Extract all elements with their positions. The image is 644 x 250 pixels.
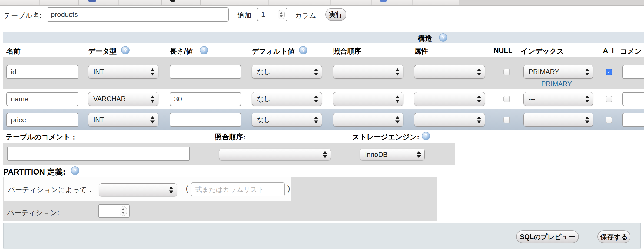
table-collation-select[interactable] — [219, 149, 331, 160]
null-checkbox[interactable] — [503, 117, 510, 123]
top-tab-strip — [0, 0, 644, 6]
column-collation-select[interactable] — [333, 113, 403, 127]
header-ai: A_I — [603, 47, 614, 55]
primary-index-link[interactable]: PRIMARY — [541, 80, 572, 88]
column-comment-input[interactable] — [622, 65, 644, 79]
select-arrows-icon — [169, 186, 173, 194]
tab-icon-fragment — [88, 0, 96, 2]
select-arrows-icon — [477, 116, 481, 123]
header-comment: コメント — [620, 47, 644, 56]
columns-label: カラム — [295, 11, 316, 20]
tab-segment[interactable] — [413, 0, 459, 5]
column-length-input[interactable] — [170, 113, 241, 127]
help-icon[interactable]: ? — [299, 46, 307, 54]
phpmyadmin-create-table-page: テーブル名: 追加 1 カラム 実行 構造 ? 名前 データ型 ? 長さ/値 ?… — [0, 0, 644, 250]
partition-by-label: パーティションによって： — [8, 185, 94, 195]
partition-expression-input[interactable] — [191, 182, 285, 196]
add-columns-stepper[interactable]: 1 — [257, 8, 287, 21]
column-length-input[interactable] — [170, 65, 241, 79]
column-name-input[interactable] — [6, 65, 78, 79]
table-name-input[interactable] — [47, 7, 229, 22]
column-comment-input[interactable] — [622, 92, 644, 106]
select-arrows-icon — [150, 95, 155, 103]
partition-by-select[interactable] — [99, 183, 177, 196]
header-default: デフォルト値 — [252, 47, 295, 56]
null-checkbox[interactable] — [503, 69, 510, 75]
storage-engine-select[interactable]: InnoDB — [360, 149, 425, 160]
tab-icon-fragment — [170, 0, 175, 2]
tab-segment[interactable] — [269, 0, 330, 5]
column-collation-select[interactable] — [333, 65, 403, 79]
partition-count-stepper[interactable] — [98, 204, 130, 218]
header-null: NULL — [494, 47, 512, 55]
select-arrows-icon — [323, 151, 327, 158]
tab-segment[interactable] — [0, 0, 39, 5]
tab-segment[interactable] — [201, 0, 268, 5]
column-attributes-select[interactable] — [414, 65, 485, 79]
tab-segment[interactable] — [372, 0, 412, 5]
ai-checkbox[interactable] — [606, 96, 612, 102]
help-icon[interactable]: ? — [439, 33, 447, 42]
add-columns-value: 1 — [261, 10, 265, 19]
tab-segment[interactable] — [40, 0, 79, 5]
preview-sql-button[interactable]: SQLのプレビュー — [516, 230, 579, 243]
select-arrows-icon — [585, 68, 589, 75]
partition-box: パーティションによって： ( ) パーティション: — [3, 177, 437, 221]
table-comment-input[interactable] — [7, 147, 190, 161]
column-default-select[interactable]: なし — [252, 65, 322, 79]
partition-count-label: パーティション: — [7, 208, 59, 218]
column-type-select[interactable]: INT — [88, 65, 158, 79]
column-attributes-select[interactable] — [414, 113, 485, 127]
save-button[interactable]: 保存する — [597, 230, 630, 243]
structure-band: 構造 ? — [3, 32, 644, 43]
column-length-input[interactable] — [170, 92, 241, 106]
column-index-select[interactable]: --- — [523, 113, 593, 127]
select-arrows-icon — [585, 95, 589, 103]
table-name-form: テーブル名: 追加 1 カラム 実行 — [0, 6, 644, 31]
add-label: 追加 — [237, 11, 251, 20]
null-checkbox[interactable] — [503, 96, 510, 102]
column-collation-select[interactable] — [333, 92, 403, 106]
tab-segment[interactable] — [331, 0, 371, 5]
tab-segment[interactable] — [119, 0, 162, 5]
column-attributes-select[interactable] — [414, 92, 485, 106]
column-row-id: INT なし PRIMARY PRIMARY ✓ — [3, 57, 644, 89]
stepper-arrows-icon[interactable] — [120, 206, 127, 216]
help-icon[interactable]: ? — [71, 166, 79, 175]
column-name-input[interactable] — [6, 113, 78, 127]
column-comment-input[interactable] — [622, 113, 644, 127]
select-arrows-icon — [314, 68, 318, 75]
header-collation: 照合順序 — [333, 47, 361, 56]
select-arrows-icon — [585, 116, 589, 123]
column-type-select[interactable]: INT — [88, 113, 158, 127]
header-length: 長さ/値 — [170, 47, 193, 56]
tab-segment[interactable] — [162, 0, 201, 5]
column-type-select[interactable]: VARCHAR — [88, 92, 158, 106]
footer-bar: SQLのプレビュー 保存する — [3, 223, 641, 249]
header-name: 名前 — [6, 47, 21, 56]
table-name-label: テーブル名: — [4, 11, 41, 20]
help-icon[interactable]: ? — [200, 46, 208, 54]
column-index-select[interactable]: PRIMARY — [523, 65, 593, 79]
structure-title: 構造 — [418, 34, 432, 43]
help-icon[interactable]: ? — [422, 132, 430, 140]
select-arrows-icon — [477, 68, 481, 75]
header-attributes: 属性 — [414, 47, 428, 56]
partition-title: PARTITION 定義: — [3, 167, 65, 177]
select-arrows-icon — [314, 116, 318, 123]
header-type: データ型 — [88, 47, 117, 56]
go-button[interactable]: 実行 — [325, 8, 346, 21]
column-default-select[interactable]: なし — [252, 113, 322, 127]
table-options-band: InnoDB — [3, 143, 455, 165]
help-icon[interactable]: ? — [121, 46, 130, 54]
tab-segment[interactable] — [79, 0, 118, 5]
ai-checkbox[interactable] — [606, 117, 612, 123]
ai-checkbox[interactable]: ✓ — [606, 69, 612, 75]
column-index-select[interactable]: --- — [523, 92, 593, 106]
column-row-price: INT なし --- — [3, 109, 644, 130]
stepper-arrows-icon[interactable] — [278, 10, 285, 19]
column-default-select[interactable]: なし — [252, 92, 322, 106]
column-row-name: VARCHAR なし --- — [3, 89, 644, 109]
column-name-input[interactable] — [6, 92, 78, 106]
paren-open: ( — [186, 184, 188, 193]
